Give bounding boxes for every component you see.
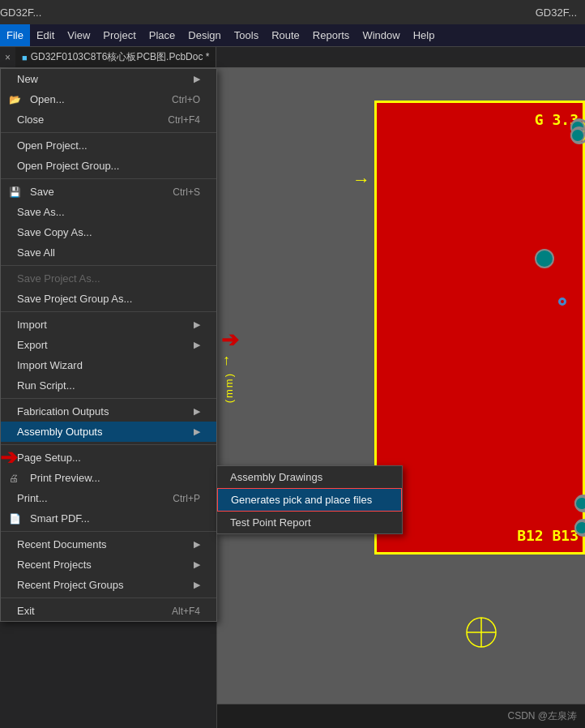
save-shortcut: Ctrl+S xyxy=(173,186,200,198)
submenu-generates-pick-place-label: Generates pick and place files xyxy=(231,494,372,506)
submenu-generates-pick-place[interactable]: Generates pick and place files xyxy=(217,488,402,512)
submenu-assembly-drawings[interactable]: Assembly Drawings xyxy=(217,466,402,488)
sep-7 xyxy=(1,531,216,532)
menu-save-copy-as[interactable]: Save Copy As... xyxy=(1,222,216,242)
menu-save-copy-as-label: Save Copy As... xyxy=(17,226,92,238)
menu-new[interactable]: New ▶ xyxy=(1,69,216,89)
sep-4 xyxy=(1,311,216,312)
pcb-dot-b4 xyxy=(574,520,585,535)
pcb-dot-small xyxy=(558,298,566,306)
menu-open-label: Open... xyxy=(30,93,65,105)
menu-save-all[interactable]: Save All xyxy=(1,242,216,263)
print-preview-icon: 🖨 xyxy=(9,473,19,484)
menu-close[interactable]: Close Ctrl+F4 xyxy=(1,109,216,130)
menu-fabrication-outputs[interactable]: Fabrication Outputs ▶ xyxy=(1,401,216,422)
menu-run-script-label: Run Script... xyxy=(17,379,75,392)
tab-pcb-doc[interactable]: ■ GD32F0103C8T6核心板PCB图.PcbDoc * xyxy=(15,47,216,67)
menu-close-label: Close xyxy=(17,113,44,126)
crosshair-svg xyxy=(463,615,500,651)
tabbar: × ■ GD32F0103C8T6核心板PCB图.PcbDoc * xyxy=(0,47,585,68)
print-shortcut: Ctrl+P xyxy=(173,493,200,504)
sep-3 xyxy=(1,265,216,266)
tab-label: GD32F0103C8T6核心板PCB图.PcbDoc * xyxy=(31,50,210,64)
titlebar: GD32F... GD32F... xyxy=(0,0,585,24)
recent-docs-arrow: ▶ xyxy=(194,539,200,550)
menu-item-edit[interactable]: Edit xyxy=(30,24,61,46)
open-shortcut: Ctrl+O xyxy=(172,94,200,105)
menu-import[interactable]: Import ▶ xyxy=(1,315,216,335)
menu-open-project-group[interactable]: Open Project Group... xyxy=(1,156,216,176)
import-arrow: ▶ xyxy=(194,319,200,330)
menu-import-wizard[interactable]: Import Wizard xyxy=(1,355,216,375)
pcb-board: G 3.3 B12 B13 xyxy=(374,101,585,555)
menu-recent-project-groups-label: Recent Project Groups xyxy=(17,579,124,591)
red-arrow-assembly: ➔ xyxy=(0,445,18,470)
menu-item-help[interactable]: Help xyxy=(407,24,442,46)
menu-item-tools[interactable]: Tools xyxy=(228,24,265,46)
menu-print-preview[interactable]: 🖨 Print Preview... xyxy=(1,468,216,488)
menu-item-window[interactable]: Window xyxy=(356,24,406,46)
smart-pdf-icon: 📄 xyxy=(9,513,21,525)
open-icon: 📂 xyxy=(9,94,21,105)
pcb-dot-4 xyxy=(570,128,585,143)
menu-recent-project-groups[interactable]: Recent Project Groups ▶ xyxy=(1,575,216,595)
menu-save[interactable]: 💾 Save Ctrl+S xyxy=(1,182,216,202)
title-text: GD32F... xyxy=(0,6,41,19)
save-icon: 💾 xyxy=(9,186,21,198)
menu-save-project-group-as[interactable]: Save Project Group As... xyxy=(1,289,216,309)
main-area: New ▶ 📂 Open... Ctrl+O Close Ctrl+F4 Ope… xyxy=(0,68,585,728)
menubar: File Edit View Project Place Design Tool… xyxy=(0,24,585,47)
menu-page-setup-label: Page Setup... xyxy=(17,452,81,464)
menu-recent-documents-label: Recent Documents xyxy=(17,538,107,550)
menu-recent-projects[interactable]: Recent Projects ▶ xyxy=(1,555,216,575)
menu-save-project-as-label: Save Project As... xyxy=(17,272,100,285)
submenu-assembly-drawings-label: Assembly Drawings xyxy=(230,471,322,483)
sep-6 xyxy=(1,444,216,445)
menu-exit-label: Exit xyxy=(17,605,35,617)
menu-fabrication-outputs-label: Fabrication Outputs xyxy=(17,405,109,418)
menu-recent-documents[interactable]: Recent Documents ▶ xyxy=(1,534,216,555)
pcb-dot-b2 xyxy=(574,496,585,511)
menu-print[interactable]: Print... Ctrl+P xyxy=(1,488,216,508)
menu-page-setup[interactable]: Page Setup... xyxy=(1,448,216,468)
menu-exit[interactable]: Exit Alt+F4 xyxy=(1,601,216,621)
tab-close-button[interactable]: × xyxy=(0,52,15,63)
menu-item-reports[interactable]: Reports xyxy=(306,24,357,46)
menu-run-script[interactable]: Run Script... xyxy=(1,375,216,396)
file-dropdown-menu: New ▶ 📂 Open... Ctrl+O Close Ctrl+F4 Ope… xyxy=(0,68,217,622)
menu-item-project[interactable]: Project xyxy=(96,24,142,46)
submenu-arrow: ▶ xyxy=(194,74,200,84)
sep-8 xyxy=(1,597,216,598)
menu-smart-pdf[interactable]: 📄 Smart PDF... xyxy=(1,508,216,529)
menu-assembly-outputs[interactable]: Assembly Outputs ▶ xyxy=(1,422,216,442)
menu-save-project-as: Save Project As... xyxy=(1,268,216,289)
menu-new-label: New xyxy=(17,73,38,85)
menu-item-file[interactable]: File xyxy=(0,24,30,46)
menu-save-all-label: Save All xyxy=(17,246,55,259)
exit-shortcut: Alt+F4 xyxy=(172,606,200,617)
submenu-test-point-report-label: Test Point Report xyxy=(230,516,311,529)
menu-export[interactable]: Export ▶ xyxy=(1,335,216,355)
menu-item-design[interactable]: Design xyxy=(181,24,227,46)
sep-1 xyxy=(1,132,216,133)
menu-save-as-label: Save As... xyxy=(17,206,65,218)
menu-print-preview-label: Print Preview... xyxy=(30,472,100,484)
assembly-outputs-submenu: Assembly Drawings Generates pick and pla… xyxy=(216,465,403,534)
submenu-test-point-report[interactable]: Test Point Report xyxy=(217,512,402,533)
menu-print-label: Print... xyxy=(17,492,48,504)
close-shortcut: Ctrl+F4 xyxy=(168,114,200,126)
menu-save-label: Save xyxy=(30,186,54,198)
menu-open-project[interactable]: Open Project... xyxy=(1,135,216,156)
menu-item-view[interactable]: View xyxy=(61,24,96,46)
menu-save-as[interactable]: Save As... xyxy=(1,202,216,222)
menu-import-label: Import xyxy=(17,319,47,331)
watermark-text: CSDN @左泉涛 xyxy=(507,709,577,723)
menu-open[interactable]: 📂 Open... Ctrl+O xyxy=(1,89,216,109)
menu-recent-projects-label: Recent Projects xyxy=(17,559,92,571)
canvas-area: G 3.3 B12 B13 xyxy=(217,68,585,728)
menu-item-place[interactable]: Place xyxy=(143,24,182,46)
title-right: GD32F... xyxy=(536,6,577,19)
menu-item-route[interactable]: Route xyxy=(265,24,306,46)
arrow-right-dim: → xyxy=(352,169,370,191)
red-arrow-canvas: ➔ xyxy=(221,328,239,353)
